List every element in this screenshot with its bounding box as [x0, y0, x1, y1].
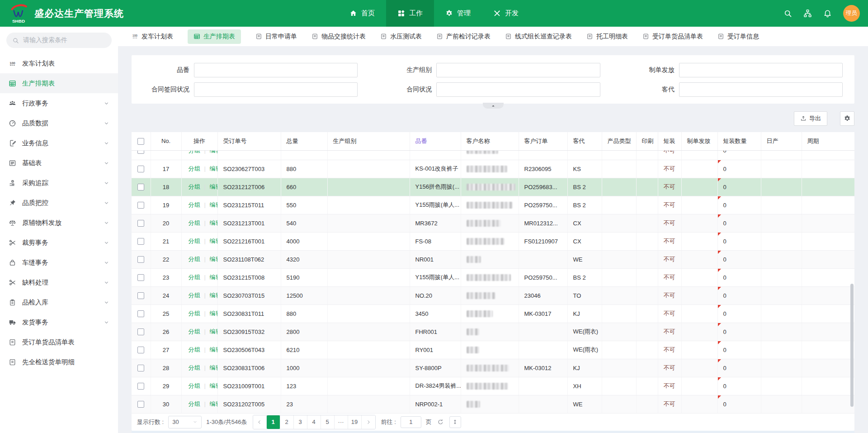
edit-link[interactable]: 编辑	[209, 256, 217, 262]
column-header[interactable]: 周期	[802, 132, 854, 150]
column-header[interactable]: 短装数量	[717, 132, 761, 150]
column-header[interactable]: 操作	[181, 132, 217, 150]
table-row[interactable]: 28分组|编辑SO230831T0061000SY-8800PMK-03012K…	[132, 359, 854, 377]
tab-daily-request[interactable]: 日常申请单	[255, 33, 297, 41]
row-checkbox[interactable]	[137, 238, 144, 245]
app-logo[interactable]: SHBD	[8, 3, 29, 24]
page-button-19[interactable]: 19	[348, 415, 362, 429]
row-checkbox[interactable]	[137, 274, 144, 281]
select-all-checkbox[interactable]	[137, 138, 144, 145]
fit-height-button[interactable]	[449, 416, 461, 428]
tab-order-goods-list[interactable]: 受订单货品清单表	[642, 33, 703, 41]
filter-input-product-no[interactable]	[194, 63, 358, 77]
group-link[interactable]: 分组	[189, 400, 201, 407]
group-link[interactable]: 分组	[189, 292, 201, 299]
row-checkbox[interactable]	[137, 292, 144, 299]
rows-per-page-select[interactable]: 30	[168, 416, 202, 428]
table-row[interactable]: 25分组|编辑SO230831T0118803450MK-03017KJ不可0	[132, 305, 854, 323]
nav-home[interactable]: 首页	[338, 0, 386, 27]
sidebar-item-shortage-handling[interactable]: 缺料处理	[0, 272, 118, 292]
column-header[interactable]: 产品类型	[602, 132, 636, 150]
table-row[interactable]: 24分组|编辑SO230703T01512500NO.2023046TO不可0	[132, 286, 854, 305]
search-icon[interactable]	[783, 9, 792, 18]
row-checkbox[interactable]	[137, 220, 144, 227]
edit-link[interactable]: 编辑	[209, 201, 217, 208]
edit-link[interactable]: 编辑	[209, 382, 217, 389]
page-button-3[interactable]: 3	[294, 415, 307, 429]
page-button-5[interactable]: 5	[321, 415, 335, 429]
group-link[interactable]: 分组	[189, 150, 201, 155]
edit-link[interactable]: 编辑	[209, 400, 217, 407]
row-checkbox[interactable]	[137, 202, 144, 209]
row-checkbox[interactable]	[137, 150, 144, 154]
table-row[interactable]: 20分组|编辑SO231213T001540MR3672MR012312...C…	[132, 214, 854, 232]
group-link[interactable]: 分组	[189, 346, 201, 353]
edit-link[interactable]: 编辑	[209, 292, 217, 299]
tab-item-handover-stats[interactable]: 物品交接统计表	[311, 33, 366, 41]
page-button-1[interactable]: 1	[267, 415, 280, 429]
edit-link[interactable]: 编辑	[209, 274, 217, 281]
filter-input-production-group[interactable]	[436, 63, 600, 77]
row-checkbox[interactable]	[137, 365, 144, 371]
column-header[interactable]: 客户订单	[519, 132, 567, 150]
tab-dispatch-plan[interactable]: 100发车计划表	[132, 33, 173, 41]
row-checkbox[interactable]	[137, 383, 144, 390]
sidebar-item-order-goods-list[interactable]: 受订单货品清单表	[0, 332, 118, 352]
sidebar-item-purchase-tracking[interactable]: 采购追踪	[0, 173, 118, 193]
group-link[interactable]: 分组	[189, 382, 201, 389]
nav-manage[interactable]: 管理	[434, 0, 482, 27]
row-checkbox[interactable]	[137, 328, 144, 335]
table-row[interactable]: 18分组|编辑SO231212T006660Y156拼色雨披(...PO2596…	[132, 178, 854, 196]
sidebar-item-cutting-affairs[interactable]: 裁剪事务	[0, 233, 118, 252]
group-link[interactable]: 分组	[189, 238, 201, 244]
row-checkbox[interactable]	[137, 401, 144, 408]
column-header[interactable]: 生产组别	[327, 132, 410, 150]
row-checkbox[interactable]	[137, 347, 144, 353]
sidebar-item-sewing-affairs[interactable]: 车缝事务	[0, 252, 118, 272]
table-row[interactable]: 23分组|编辑SO231215T0085190Y155雨披(单人...PO259…	[132, 268, 854, 286]
column-header[interactable]: No.	[151, 132, 181, 150]
sidebar-item-inspection-inbound[interactable]: 品检入库	[0, 292, 118, 312]
table-row[interactable]: 22分组|编辑SO231108T0624320NR001WE不可0	[132, 250, 854, 268]
edit-link[interactable]: 编辑	[209, 328, 217, 335]
sidebar-search-input[interactable]: 请输入搜索条件	[6, 33, 112, 48]
filter-input-contract-status[interactable]	[436, 82, 600, 97]
page-button-2[interactable]: 2	[280, 415, 294, 429]
filter-input-order-issue[interactable]	[679, 63, 843, 77]
vertical-scrollbar-thumb[interactable]	[850, 284, 854, 407]
edit-link[interactable]: 编辑	[209, 150, 217, 155]
column-header[interactable]: 总量	[281, 132, 327, 150]
export-button[interactable]: 导出	[794, 111, 827, 126]
tab-order-info[interactable]: 受订单信息	[717, 33, 759, 41]
group-link[interactable]: 分组	[189, 201, 201, 208]
column-header[interactable]: 日产	[761, 132, 802, 150]
prev-page-button[interactable]	[253, 415, 267, 429]
table-row[interactable]: 29分组|编辑SO231009T001123DR-3824男装裤...XH不可0	[132, 377, 854, 395]
sidebar-item-shipping-affairs[interactable]: 发货事务	[0, 312, 118, 332]
sidebar-item-dispatch-plan[interactable]: 100发车计划表	[0, 53, 118, 73]
sitemap-icon[interactable]	[803, 9, 812, 18]
table-row[interactable]: 30分组|编辑SO231202T00523NRP002-1WE不可0	[132, 395, 854, 413]
sidebar-item-full-inspection-delivery-detail[interactable]: 先全检送货单明细	[0, 352, 118, 372]
tab-line-leader-inspection[interactable]: 线式组长巡查记录表	[505, 33, 572, 41]
row-checkbox[interactable]	[137, 166, 144, 172]
goto-page-input[interactable]	[401, 416, 421, 428]
table-row[interactable]: 27分组|编辑SO230506T0436210RY001WE(雨衣)不可0	[132, 341, 854, 359]
sidebar-item-quality-data[interactable]: 品质数据	[0, 113, 118, 133]
row-checkbox[interactable]	[137, 184, 144, 190]
group-link[interactable]: 分组	[189, 310, 201, 317]
page-ellipsis[interactable]: ···	[335, 415, 348, 429]
next-page-button[interactable]	[362, 415, 375, 429]
refresh-button[interactable]	[436, 418, 445, 426]
edit-link[interactable]: 编辑	[209, 364, 217, 371]
row-checkbox[interactable]	[137, 310, 144, 317]
filter-input-contract-signback[interactable]	[194, 82, 358, 97]
group-link[interactable]: 分组	[189, 274, 201, 281]
table-row[interactable]: 21分组|编辑SO221216T0014000FS-08FS01210907CX…	[132, 232, 854, 250]
edit-link[interactable]: 编辑	[209, 238, 217, 244]
column-header[interactable]: 短装	[658, 132, 681, 150]
tab-preproduction-review[interactable]: 产前检讨记录表	[436, 33, 491, 41]
sidebar-item-admin-affairs[interactable]: 行政事务	[0, 93, 118, 113]
edit-link[interactable]: 编辑	[209, 310, 217, 317]
tab-production-schedule[interactable]: 生产排期表	[188, 29, 241, 44]
